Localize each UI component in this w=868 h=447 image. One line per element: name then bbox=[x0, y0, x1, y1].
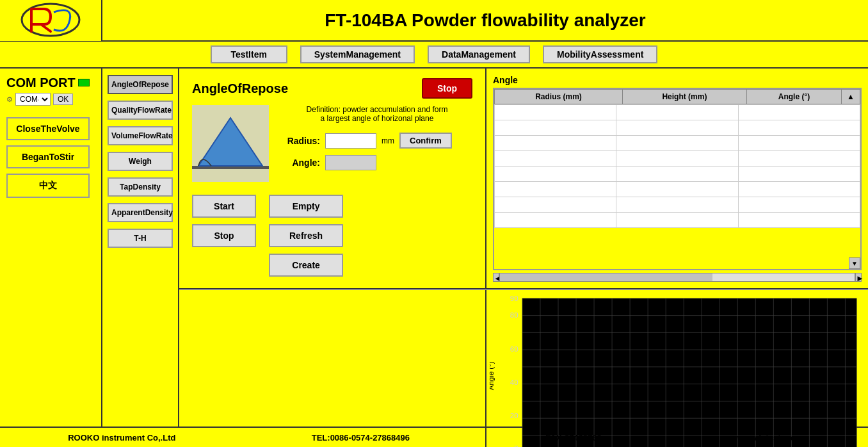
com-port-icon: ⚙ bbox=[6, 95, 13, 104]
table-row bbox=[495, 197, 860, 213]
stop-button-top[interactable]: Stop bbox=[422, 78, 472, 99]
menu-t-h[interactable]: T-H bbox=[108, 229, 173, 248]
menu-apparent-density[interactable]: ApparentDensity bbox=[108, 203, 173, 222]
ok-button[interactable]: OK bbox=[53, 93, 73, 105]
content-area: AngleOfRepose Stop Definition: pow bbox=[179, 69, 868, 427]
controls-panel: AngleOfRepose Stop Definition: pow bbox=[179, 69, 486, 288]
menu-weigh[interactable]: Weigh bbox=[108, 152, 173, 171]
nav-test-item[interactable]: TestItem bbox=[211, 45, 287, 63]
svg-text:20: 20 bbox=[510, 412, 518, 419]
radius-label: Radius: bbox=[282, 136, 320, 146]
stop-button-bottom[interactable]: Stop bbox=[192, 224, 256, 247]
scroll-indicator: ▲ bbox=[842, 90, 860, 104]
angle-input[interactable] bbox=[325, 155, 376, 170]
footer-tel: TEL:0086-0574-27868496 bbox=[312, 433, 410, 443]
svg-text:90: 90 bbox=[510, 295, 518, 302]
com-port-label: COM PORT bbox=[6, 75, 76, 90]
table-row bbox=[495, 105, 860, 120]
radius-input[interactable] bbox=[325, 133, 376, 149]
table-row bbox=[495, 167, 860, 182]
svg-text:80: 80 bbox=[510, 311, 518, 319]
chart-right: 90 80 60 40 20 0 0 5 10 15 20 25 30 35 4… bbox=[486, 290, 868, 447]
angle-row: Angle: bbox=[282, 155, 472, 170]
scroll-down-indicator: ▼ bbox=[849, 257, 860, 269]
header-bar: FT-104BA Powder flowability analyzer bbox=[0, 0, 868, 42]
h-scroll-right[interactable]: ► bbox=[855, 273, 862, 282]
app-title: FT-104BA Powder flowability analyzer bbox=[102, 10, 868, 31]
table-row bbox=[495, 136, 860, 151]
col-height: Height (mm) bbox=[622, 90, 746, 104]
right-action-col: Empty Refresh Create bbox=[269, 195, 343, 277]
test-title: AngleOfRepose bbox=[192, 81, 288, 96]
footer-company: ROOKO instrument Co,.Ltd bbox=[68, 433, 175, 443]
empty-button[interactable]: Empty bbox=[269, 195, 343, 218]
h-scroll-track[interactable] bbox=[499, 273, 855, 282]
confirm-button[interactable]: Confirm bbox=[399, 133, 452, 149]
table-title: Angle bbox=[493, 75, 862, 85]
action-buttons: Start Stop Empty Refresh Create bbox=[192, 195, 472, 277]
svg-text:40: 40 bbox=[510, 378, 518, 386]
refresh-button[interactable]: Refresh bbox=[269, 224, 343, 247]
left-sidebar: COM PORT ⚙ COM4 COM1 COM2 COM3 COM5 OK C… bbox=[0, 69, 102, 427]
data-table-header: Radius (mm) Height (mm) Angle (°) ▲ bbox=[494, 89, 860, 104]
svg-text:0: 0 bbox=[514, 444, 518, 447]
menu-tap-density[interactable]: TapDensity bbox=[108, 177, 173, 197]
table-body-scroll[interactable] bbox=[494, 104, 860, 261]
top-section: AngleOfRepose Stop Definition: pow bbox=[179, 69, 868, 289]
create-button[interactable]: Create bbox=[269, 254, 343, 277]
table-wrapper: Radius (mm) Height (mm) Angle (°) ▲ bbox=[493, 88, 862, 270]
col-radius: Radius (mm) bbox=[495, 90, 623, 104]
svg-text:60: 60 bbox=[510, 345, 518, 353]
data-table-body bbox=[494, 104, 860, 228]
h-scroll-left[interactable]: ◄ bbox=[493, 273, 499, 282]
com-select[interactable]: COM4 COM1 COM2 COM3 COM5 bbox=[15, 93, 51, 106]
test-info: Definition: powder accumulation and form… bbox=[282, 105, 472, 177]
nav-bar: TestItem SystemManagement DataManagement… bbox=[0, 42, 868, 69]
nav-system-management[interactable]: SystemManagement bbox=[300, 45, 415, 63]
main-container: COM PORT ⚙ COM4 COM1 COM2 COM3 COM5 OK C… bbox=[0, 69, 868, 427]
h-scrollbar: ◄ ► bbox=[493, 273, 862, 282]
svg-rect-5 bbox=[522, 298, 856, 447]
test-description: Definition: powder accumulation and form… bbox=[282, 105, 472, 123]
menu-sidebar: AngleOfRepose QualityFlowRate VolumeFlow… bbox=[102, 69, 179, 427]
footer-fax: FAX:87460769 bbox=[545, 433, 601, 443]
bottom-chart-area: 90 80 60 40 20 0 0 5 10 15 20 25 30 35 4… bbox=[179, 289, 868, 447]
company-logo bbox=[19, 3, 83, 38]
table-row bbox=[495, 120, 860, 136]
nav-data-management[interactable]: DataManagement bbox=[428, 45, 530, 63]
footer-website: www.lxtester.cn bbox=[737, 433, 800, 443]
col-angle: Angle (°) bbox=[746, 90, 841, 104]
began-to-stir-button[interactable]: BeganToStir bbox=[6, 145, 90, 168]
table-row bbox=[495, 151, 860, 167]
test-header: AngleOfRepose Stop bbox=[192, 78, 472, 99]
table-row bbox=[495, 213, 860, 228]
radius-row: Radius: mm Confirm bbox=[282, 133, 472, 149]
menu-angle-of-repose[interactable]: AngleOfRepose bbox=[108, 75, 173, 94]
test-body: Definition: powder accumulation and form… bbox=[192, 105, 472, 182]
logo-area bbox=[0, 0, 102, 41]
com-row: ⚙ COM4 COM1 COM2 COM3 COM5 OK bbox=[6, 93, 95, 106]
start-button[interactable]: Start bbox=[192, 195, 256, 218]
chart-svg: 90 80 60 40 20 0 0 5 10 15 20 25 30 35 4… bbox=[490, 293, 865, 447]
menu-volume-flow-rate[interactable]: VolumeFlowRate bbox=[108, 126, 173, 145]
empty-left-panel bbox=[179, 290, 486, 447]
nav-mobility-assessment[interactable]: MobilityAssessment bbox=[543, 45, 657, 63]
h-scroll-thumb bbox=[500, 273, 712, 281]
angle-repose-diagram bbox=[192, 105, 269, 182]
table-row bbox=[495, 182, 860, 197]
com-port-section: COM PORT ⚙ COM4 COM1 COM2 COM3 COM5 OK bbox=[6, 75, 95, 106]
radius-unit: mm bbox=[382, 136, 394, 145]
close-valve-button[interactable]: CloseTheVolve bbox=[6, 117, 90, 140]
angle-label: Angle: bbox=[282, 158, 320, 168]
table-panel: Angle Radius (mm) Height (mm) Angle (°) … bbox=[486, 69, 868, 288]
svg-text:Angle (°): Angle (°) bbox=[490, 361, 495, 390]
left-action-col: Start Stop bbox=[192, 195, 256, 277]
chinese-button[interactable]: 中文 bbox=[6, 174, 90, 198]
menu-quality-flow-rate[interactable]: QualityFlowRate bbox=[108, 101, 173, 120]
com-indicator bbox=[78, 79, 90, 86]
